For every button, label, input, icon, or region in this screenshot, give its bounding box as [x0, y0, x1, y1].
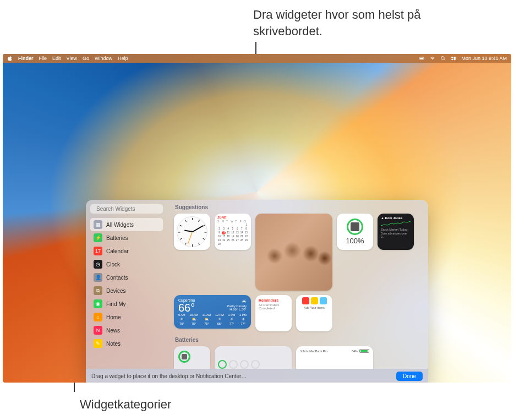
svg-rect-2 [420, 58, 424, 59]
weather-sun-icon: ☀ [227, 298, 247, 304]
sidebar-item-contacts[interactable]: 👤Contacts [90, 271, 163, 284]
battery-ring-icon [178, 351, 190, 363]
findmy-item-icons [298, 297, 330, 304]
menu-edit[interactable]: Edit [52, 56, 61, 61]
grid-icon: ▦ [94, 220, 102, 229]
menubar-datetime[interactable]: Mon Jun 10 9:41 AM [461, 56, 507, 61]
sidebar-item-label: News [106, 328, 120, 334]
sidebar-item-label: Devices [106, 288, 126, 294]
battery-percent: 100% [346, 237, 364, 245]
sidebar-item-all-widgets[interactable]: ▦All Widgets [90, 218, 163, 231]
widget-main: Suggestions JUNE SMT [167, 200, 428, 369]
clock-icon: ◷ [94, 260, 102, 269]
widget-reminders[interactable]: Reminders All Reminders Completed [255, 295, 292, 331]
weather-hour: 9 AM☀70° [178, 313, 185, 325]
widget-calendar[interactable]: JUNE SMTWTFS 123456789101112131415161718… [215, 214, 251, 250]
menu-view[interactable]: View [67, 56, 77, 61]
minute-hand [192, 225, 203, 232]
svg-rect-6 [454, 57, 456, 60]
widget-gallery-panel: ▦All Widgets⚡Batteries17Calendar◷Clock👤C… [86, 200, 428, 383]
bolt-icon: ⚡ [94, 233, 102, 242]
battery-ring-icon [347, 219, 363, 235]
callout-bottom: Widgetkategorier [80, 396, 171, 413]
battery-device-pct: 84% [352, 350, 358, 353]
sidebar-item-label: Calendar [106, 248, 129, 254]
weather-hour: 1 PM☀77° [228, 313, 236, 325]
sidebar-item-calendar[interactable]: 17Calendar [90, 244, 163, 258]
weather-temp: 66° [178, 302, 195, 313]
sidebar-item-label: Find My [106, 301, 126, 307]
clock-face [177, 216, 207, 247]
battery-ring-icon [218, 360, 227, 369]
sidebar-item-news[interactable]: NNews [90, 324, 163, 337]
sidebar-item-devices[interactable]: ⧉Devices [90, 284, 163, 297]
control-center-icon[interactable] [451, 56, 456, 61]
section-batteries-header: Batteries [175, 337, 422, 343]
battery-icon[interactable] [419, 56, 425, 61]
widget-battery-medium[interactable] [215, 346, 292, 369]
battery-ring-placeholder-icon [229, 360, 238, 369]
done-button[interactable]: Done [396, 372, 423, 381]
panel-footer: Drag a widget to place it on the desktop… [86, 369, 428, 383]
reminders-title: Reminders [259, 298, 288, 302]
menu-file[interactable]: File [39, 56, 47, 61]
home-icon: ⌂ [94, 313, 102, 321]
notes-icon: ✎ [94, 339, 102, 348]
footer-hint: Drag a widget to place it on the desktop… [91, 373, 247, 379]
widget-clock[interactable] [174, 214, 210, 250]
widget-stocks[interactable]: ▲ Dow Jones Stock Market Today: Dow adva… [378, 214, 414, 250]
news-icon: N [94, 326, 102, 335]
sidebar-item-batteries[interactable]: ⚡Batteries [90, 231, 163, 244]
svg-rect-1 [424, 58, 425, 59]
sidebar-item-find-my[interactable]: ◉Find My [90, 297, 163, 310]
widget-findmy[interactable]: Add Your Items [296, 295, 332, 331]
battery-bar-icon [359, 349, 369, 353]
reminders-subtitle: All Reminders Completed [259, 303, 288, 310]
widget-weather[interactable]: Cupertino 66° ☀ Partly Cloudy H:66° L:50… [174, 295, 251, 329]
weather-hour: 12 PM☀66° [215, 313, 224, 325]
sidebar-item-label: Notes [106, 341, 121, 347]
weather-hilo: H:66° L:50° [227, 308, 247, 311]
sidebar-item-home[interactable]: ⌂Home [90, 310, 163, 324]
battery-ring-placeholder-icon [240, 360, 249, 369]
battery-device-name: John's MacBook Pro [300, 350, 327, 353]
battery-ring-placeholder-icon [251, 360, 260, 369]
sidebar-item-notes[interactable]: ✎Notes [90, 337, 163, 350]
wifi-icon[interactable] [430, 56, 435, 61]
cal-icon: 17 [94, 247, 102, 255]
sidebar-item-clock[interactable]: ◷Clock [90, 258, 163, 271]
svg-rect-5 [452, 57, 453, 58]
widget-battery-small[interactable] [174, 346, 210, 369]
widget-battery[interactable]: 100% [337, 214, 373, 250]
apple-logo-icon[interactable] [7, 56, 13, 61]
menu-help[interactable]: Help [118, 56, 128, 61]
macos-desktop: Finder File Edit View Go Window Help Mon… [3, 54, 511, 383]
stocks-headline: Stock Market Today: Dow advances over 2… [381, 228, 411, 239]
menu-go[interactable]: Go [83, 56, 89, 61]
section-suggestions-header: Suggestions [175, 204, 422, 210]
second-hand [188, 232, 193, 244]
findmy-icon: ◉ [94, 299, 102, 308]
findmy-label: Add Your Items [298, 306, 330, 309]
sidebar-item-label: Batteries [106, 235, 128, 241]
menu-window[interactable]: Window [95, 56, 112, 61]
stocks-symbol: ▲ Dow Jones [381, 216, 411, 220]
search-field[interactable] [90, 204, 163, 214]
weather-hour: 10 AM⛅75° [189, 313, 198, 325]
svg-line-4 [444, 59, 445, 61]
widget-battery-list[interactable]: John's MacBook Pro 84% [296, 346, 373, 369]
person-icon: 👤 [94, 273, 102, 282]
sidebar-item-label: Contacts [106, 275, 128, 281]
spotlight-icon[interactable] [440, 56, 446, 61]
menubar-app[interactable]: Finder [18, 56, 34, 61]
widget-photos[interactable] [255, 214, 332, 291]
callout-top: Dra widgeter hvor som helst på skrivebor… [253, 7, 429, 39]
svg-point-3 [441, 57, 445, 60]
weather-hour: 2 PM☀77° [239, 313, 247, 325]
sidebar-item-label: Clock [106, 261, 120, 268]
sidebar-item-label: Home [106, 314, 121, 320]
menubar: Finder File Edit View Go Window Help Mon… [3, 54, 511, 63]
devices-icon: ⧉ [94, 286, 102, 295]
weather-hour: 11 AM⛅75° [203, 313, 211, 325]
search-input[interactable] [96, 206, 166, 212]
